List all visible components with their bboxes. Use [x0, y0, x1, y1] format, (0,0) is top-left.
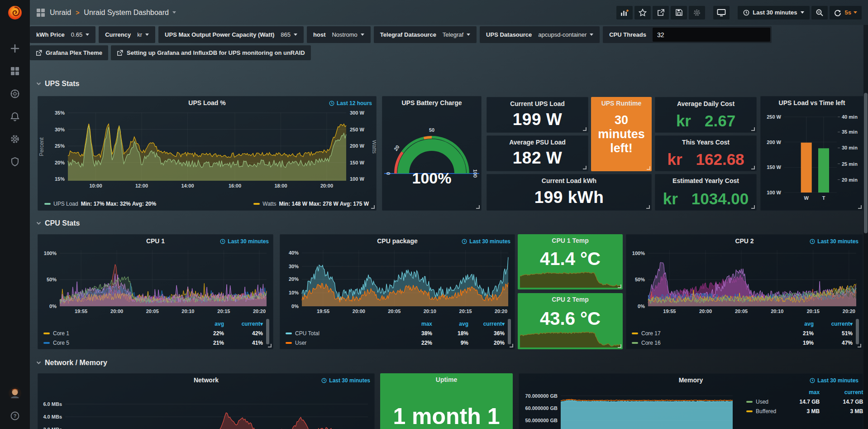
create-plus-icon[interactable]: [10, 43, 20, 53]
legend-column-header[interactable]: avg: [185, 321, 224, 327]
panel-title[interactable]: UPS Load %: [38, 99, 376, 106]
legend-column-header[interactable]: current▾: [814, 321, 853, 327]
ups-load-vs-time-chart[interactable]: 100 W150 W200 W250 W20 min25 min30 min35…: [761, 109, 863, 210]
legend-series-name[interactable]: CPU Total: [286, 330, 396, 337]
panel-title[interactable]: This Years Cost: [655, 139, 756, 146]
svg-text:2.0 MBs: 2.0 MBs: [43, 427, 62, 429]
svg-text:50%: 50%: [47, 277, 57, 282]
panel-title[interactable]: CPU 2 Temp: [518, 296, 623, 303]
clock-icon: [321, 378, 327, 383]
dashboards-icon[interactable]: [10, 66, 20, 76]
legend-value: 3 MB: [776, 408, 820, 415]
scrollbar-thumb[interactable]: [864, 93, 868, 233]
stat-value: kr1034.00: [655, 190, 756, 208]
legend-value: 18%: [432, 330, 468, 337]
panel-title[interactable]: Average Daily Cost: [655, 100, 756, 107]
svg-text:20:15: 20:15: [459, 308, 472, 314]
user-avatar[interactable]: [8, 386, 22, 400]
time-range-badge[interactable]: Last 30 minutes: [810, 377, 858, 384]
panel-title[interactable]: Uptime: [380, 376, 513, 383]
legend-column-header[interactable]: max: [776, 389, 820, 395]
svg-text:14:00: 14:00: [181, 183, 194, 188]
memory-chart[interactable]: 50.000000 GB60.000000 GB70.000000 GB: [519, 386, 736, 429]
ups-load-chart[interactable]: 10:0012:0014:0016:0018:0020:0015%20%25%3…: [38, 109, 376, 193]
svg-text:W: W: [804, 195, 809, 201]
grafana-logo[interactable]: [6, 4, 24, 22]
legend-series-name[interactable]: Used: [746, 399, 776, 405]
panel-title[interactable]: UPS Load vs Time left: [761, 99, 863, 106]
legend-swatch: [286, 342, 292, 344]
legend-column-header[interactable]: avg: [775, 321, 814, 327]
legend-series-name[interactable]: UPS Load: [53, 201, 78, 207]
legend-series-name[interactable]: Core 16: [632, 340, 775, 346]
panel-title[interactable]: Current UPS Load: [487, 100, 588, 107]
legend-item: UPS LoadMin: 17% Max: 32% Avg: 20%: [44, 201, 156, 207]
network-chart[interactable]: 2.0 MBs4.0 MBs6.0 MBs: [38, 386, 374, 429]
battery-gauge[interactable]: 02050100100%: [382, 109, 481, 209]
legend-column-header[interactable]: current▾: [224, 321, 263, 327]
panel-ups-battery: UPS Battery Charge 02050100100%: [382, 96, 482, 211]
chevron-down-icon: [36, 222, 41, 225]
svg-text:300 W: 300 W: [350, 110, 364, 116]
stat-value: 182 W: [487, 149, 588, 168]
svg-text:30 min: 30 min: [842, 145, 858, 150]
svg-text:250 W: 250 W: [767, 114, 781, 120]
panel-ups-runtime: UPS Runtime 30 minutes left!: [591, 97, 652, 171]
svg-text:50.000000 GB: 50.000000 GB: [525, 418, 558, 423]
svg-text:60.000000 GB: 60.000000 GB: [525, 405, 558, 411]
legend-series-name[interactable]: Core 17: [632, 330, 775, 337]
cpu1-chart[interactable]: 19:5520:0020:0520:1020:1520:200%50%100%: [38, 246, 273, 318]
time-range-badge[interactable]: Last 30 minutes: [321, 377, 370, 384]
legend-scrollbar[interactable]: [856, 319, 859, 344]
legend-series-name[interactable]: Buffered: [746, 408, 776, 415]
cpu2-chart[interactable]: 19:5520:0020:0520:1020:1520:200%50%100%: [626, 246, 863, 318]
legend-column-header[interactable]: current: [820, 389, 863, 395]
panel-ups-load-vs-time: UPS Load vs Time left 100 W150 W200 W250…: [760, 96, 863, 211]
legend-swatch: [746, 410, 753, 412]
legend-swatch: [43, 342, 50, 344]
panel-average-psu-load: Average PSU Load 182 W: [486, 135, 588, 171]
help-icon[interactable]: ?: [10, 411, 20, 421]
cpu-package-chart[interactable]: 19:5520:0020:0520:1020:1520:200%10%20%30…: [280, 246, 515, 318]
panel-title[interactable]: Current Load kWh: [487, 177, 651, 184]
panel-title[interactable]: UPS Battery Charge: [382, 99, 481, 106]
panel-cpu2-temp: CPU 2 Temp 43.6 °C: [518, 293, 623, 349]
svg-text:20:20: 20:20: [253, 308, 266, 314]
panel-title[interactable]: CPU 1 Temp: [518, 237, 623, 244]
time-range-badge[interactable]: Last 30 minutes: [220, 238, 269, 245]
legend-scrollbar[interactable]: [508, 319, 511, 344]
panel-title[interactable]: UPS Runtime: [591, 100, 652, 107]
configuration-gear-icon[interactable]: [10, 134, 20, 144]
legend-column-header[interactable]: avg: [432, 321, 468, 327]
legend-column-header[interactable]: current▾: [468, 321, 505, 327]
legend-swatch: [43, 333, 50, 334]
svg-text:Watts: Watts: [371, 140, 376, 154]
time-range-badge[interactable]: Last 30 minutes: [462, 238, 510, 245]
row-header-ups[interactable]: UPS Stats: [36, 80, 79, 88]
svg-text:15%: 15%: [55, 176, 65, 182]
legend-series-name[interactable]: Core 1: [43, 330, 185, 337]
row-header-netmem[interactable]: Network / Memory: [36, 359, 107, 367]
legend-series-name[interactable]: Core 5: [43, 340, 185, 346]
legend-series-name[interactable]: User: [286, 340, 396, 346]
panel-estimated-yearly-cost: Estimated Yearly Cost kr1034.00: [655, 174, 757, 211]
svg-text:200 W: 200 W: [350, 143, 364, 149]
svg-text:20%: 20%: [289, 276, 299, 282]
panel-title[interactable]: Estimated Yearly Cost: [655, 177, 756, 184]
time-range-badge[interactable]: Last 30 minutes: [810, 238, 858, 245]
legend-scrollbar[interactable]: [266, 319, 269, 344]
alerting-bell-icon[interactable]: [10, 111, 20, 121]
legend-value: 51%: [814, 330, 853, 337]
legend-series-name[interactable]: Watts: [262, 201, 276, 207]
page-scrollbar[interactable]: [863, 25, 868, 429]
explore-compass-icon[interactable]: [10, 89, 20, 99]
admin-shield-icon[interactable]: [10, 157, 20, 167]
time-range-badge[interactable]: Last 12 hours: [329, 100, 372, 106]
clock-icon: [462, 239, 467, 244]
row-header-cpu[interactable]: CPU Stats: [36, 219, 80, 227]
dashboard-canvas: UPS Stats CPU Stats Network / Memory UPS…: [30, 0, 868, 429]
panel-title[interactable]: Average PSU Load: [487, 139, 588, 146]
svg-text:100%: 100%: [44, 251, 57, 256]
panel-memory: Memory Last 30 minutes 50.000000 GB60.00…: [519, 373, 863, 429]
legend-column-header[interactable]: max: [396, 321, 432, 327]
